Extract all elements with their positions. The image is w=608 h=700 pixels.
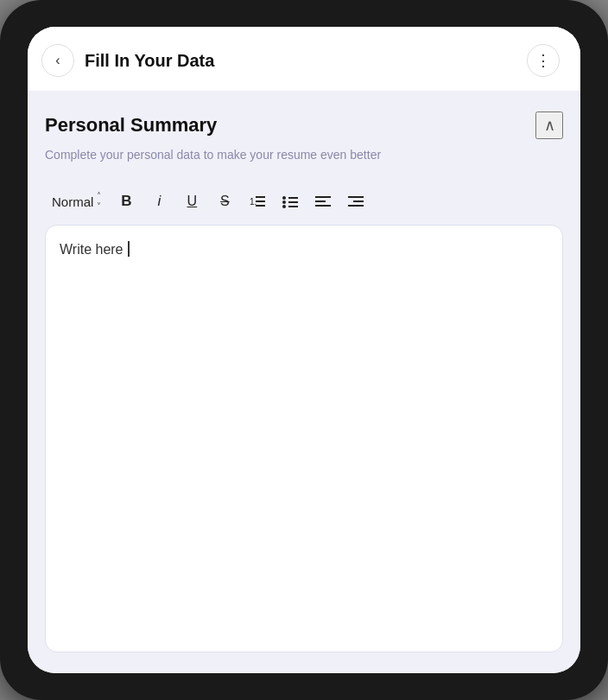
screen: ‹ Fill In Your Data ⋮ Personal Summary ∧…	[28, 27, 580, 673]
underline-button[interactable]: U	[177, 187, 206, 216]
bold-button[interactable]: B	[111, 187, 141, 216]
svg-rect-14	[353, 200, 364, 202]
svg-rect-10	[315, 196, 331, 198]
text-editor[interactable]: Write here	[45, 225, 563, 652]
style-label: Normal	[52, 194, 93, 209]
back-button[interactable]: ‹	[41, 44, 74, 77]
italic-button[interactable]: i	[144, 187, 174, 216]
svg-rect-8	[288, 201, 298, 203]
svg-rect-1	[256, 196, 265, 198]
section-header: Personal Summary ∧	[45, 111, 563, 139]
svg-rect-13	[348, 196, 364, 198]
italic-icon: i	[157, 193, 161, 210]
formatting-toolbar: Normal ˄ ˅ B i U S	[45, 181, 563, 225]
svg-rect-3	[256, 205, 265, 207]
unordered-list-button[interactable]	[276, 187, 305, 216]
more-icon: ⋮	[535, 51, 552, 70]
svg-point-6	[282, 205, 286, 208]
ordered-list-button[interactable]: 1.	[243, 187, 272, 216]
svg-rect-12	[315, 205, 331, 207]
section-subtitle: Complete your personal data to make your…	[45, 146, 563, 164]
page-title: Fill In Your Data	[85, 51, 214, 71]
svg-rect-9	[288, 206, 298, 207]
header: ‹ Fill In Your Data ⋮	[28, 27, 580, 91]
svg-point-5	[282, 200, 286, 204]
svg-rect-15	[348, 205, 364, 207]
back-icon: ‹	[55, 53, 60, 68]
svg-rect-11	[315, 200, 326, 202]
bold-icon: B	[121, 193, 131, 210]
svg-rect-7	[288, 197, 298, 199]
align-right-icon	[348, 194, 364, 208]
align-left-icon	[315, 194, 331, 208]
phone-container: ‹ Fill In Your Data ⋮ Personal Summary ∧…	[0, 0, 608, 700]
svg-rect-2	[256, 200, 265, 202]
text-cursor	[128, 241, 130, 257]
strikethrough-button[interactable]: S	[210, 187, 239, 216]
section-title: Personal Summary	[45, 114, 217, 137]
unordered-list-icon	[282, 194, 298, 208]
strikethrough-icon: S	[220, 194, 230, 209]
align-right-button[interactable]	[341, 187, 370, 216]
editor-placeholder: Write here	[60, 242, 127, 257]
underline-icon: U	[187, 194, 198, 209]
style-selector[interactable]: Normal ˄ ˅	[45, 188, 108, 214]
svg-point-4	[282, 196, 286, 200]
align-left-button[interactable]	[308, 187, 338, 216]
collapse-button[interactable]: ∧	[535, 111, 563, 139]
ordered-list-icon: 1.	[250, 194, 265, 208]
content-area: Personal Summary ∧ Complete your persona…	[28, 91, 580, 673]
style-chevron-icon: ˄ ˅	[97, 192, 101, 211]
chevron-up-icon: ∧	[544, 116, 555, 135]
more-button[interactable]: ⋮	[527, 44, 560, 77]
header-left: ‹ Fill In Your Data	[41, 44, 214, 77]
